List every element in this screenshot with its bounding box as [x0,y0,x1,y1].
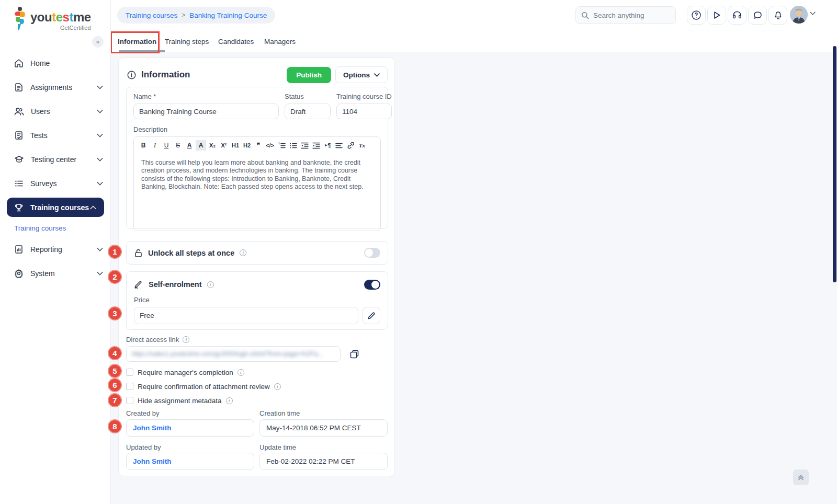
link-icon[interactable] [345,140,356,151]
tab-training-steps[interactable]: Training steps [165,30,209,52]
description-text[interactable]: This course will help you learn more abo… [134,154,380,196]
annotation-marker-1: 1 [108,245,122,259]
bold-icon[interactable]: B [138,140,149,151]
strikethrough-icon[interactable]: S [173,140,183,151]
tutorials-button[interactable] [707,6,726,25]
sidebar-item-surveys[interactable]: Surveys [0,171,111,196]
help-button[interactable] [687,6,706,25]
align-icon[interactable] [334,140,344,151]
sidebar-subitem-training-courses[interactable]: Training courses [0,219,111,237]
indent-icon[interactable] [311,140,321,151]
breadcrumb-separator: > [182,12,185,19]
text-color-icon[interactable]: A [184,140,195,151]
hide-assignment-metadata-checkbox[interactable] [126,397,133,404]
publish-button[interactable]: Publish [287,67,331,83]
sidebar-item-training-courses[interactable]: Training courses [7,198,104,217]
superscript-icon[interactable]: X² [219,140,229,151]
breadcrumb-link-current-course[interactable]: Banking Training Course [189,12,267,19]
tab-bar: Information Training steps Candidates Ma… [111,30,837,52]
breadcrumb-link-training-courses[interactable]: Training courses [126,12,177,19]
info-icon[interactable]: i [240,249,246,256]
blockquote-icon[interactable]: ❞ [253,140,264,151]
require-attachment-review-checkbox[interactable] [126,383,133,390]
heading-1-icon[interactable]: H1 [230,140,241,151]
tab-managers[interactable]: Managers [264,30,296,52]
update-time-label: Update time [259,443,296,451]
sidebar-item-assignments[interactable]: Assignments [0,75,111,99]
tab-information[interactable]: Information [118,30,156,52]
underline-icon[interactable]: U [161,140,172,151]
page-title: Information [127,70,190,80]
support-button[interactable] [728,6,746,25]
updated-by-field[interactable]: John Smith [126,453,254,470]
user-avatar[interactable] [790,6,808,24]
surveys-icon [14,179,24,188]
name-field[interactable]: Banking Training Course [133,104,279,119]
scrollbar-thumb[interactable] [833,46,836,282]
notifications-button[interactable] [768,6,787,25]
notifications-bell-icon [773,10,783,20]
assignments-icon [14,83,24,92]
info-icon[interactable]: i [183,336,189,343]
chevron-down-icon [97,271,103,276]
sidebar-nav: Home Assignments Users Tests Testing cen… [0,51,111,285]
unlock-steps-box: Unlock all steps at once i [126,241,388,265]
require-managers-completion-checkbox[interactable] [126,369,133,376]
direct-access-link-field[interactable]: https://sales1.youtestme.com/gc/500/logi… [126,346,341,362]
highlight-icon[interactable]: A [196,140,206,151]
self-enrolment-pen-icon [134,280,143,289]
info-icon[interactable]: i [207,281,214,288]
clear-formatting-icon[interactable]: Tx [357,140,367,151]
info-icon[interactable]: i [226,397,233,404]
italic-icon[interactable]: I [150,140,160,151]
sidebar-item-reporting[interactable]: Reporting [0,237,111,261]
text-direction-icon[interactable]: ‣¶ [322,140,333,151]
ordered-list-icon[interactable] [276,140,287,151]
direct-access-link-value: https://sales1.youtestme.com/gc/500/logi… [132,350,323,358]
chat-button[interactable] [748,6,767,25]
sidebar-item-users[interactable]: Users [0,99,111,123]
copy-link-button[interactable] [349,349,359,359]
info-icon[interactable]: i [274,383,281,390]
price-field[interactable]: Free [134,307,358,324]
require-attachment-review-row[interactable]: Require confirmation of attachment revie… [126,381,281,392]
unordered-list-icon[interactable] [288,140,298,151]
heading-2-icon[interactable]: H2 [242,140,252,151]
brand-tagline: GetCertified [60,25,91,31]
sidebar-item-label: Surveys [30,179,97,188]
outdent-icon[interactable] [299,140,310,151]
sidebar-item-label: Assignments [30,83,97,91]
direct-access-label-row: Direct access link i [126,336,189,343]
annotation-marker-8: 8 [108,419,122,433]
subscript-icon[interactable]: X₂ [207,140,218,151]
annotation-marker-2: 2 [108,270,122,284]
self-enrolment-toggle[interactable] [364,280,380,290]
active-tab-indicator [119,50,165,52]
breadcrumb: Training courses > Banking Training Cour… [117,7,275,24]
info-icon[interactable]: i [237,369,244,376]
sidebar-item-system[interactable]: System [0,261,111,285]
system-gear-icon [14,269,24,278]
options-button[interactable]: Options [335,66,388,83]
sidebar-item-tests[interactable]: Tests [0,123,111,147]
unlock-steps-toggle[interactable] [364,248,380,258]
sidebar-collapse-button[interactable]: « [92,36,104,48]
creation-time-field: May-14-2018 06:52 PM CEST [259,419,388,437]
code-icon[interactable]: </> [265,140,275,151]
scroll-to-top-button[interactable] [793,469,809,485]
require-managers-completion-row[interactable]: Require manager's completion i [126,367,244,377]
created-by-field[interactable]: John Smith [126,419,254,437]
avatar-chevron-down-icon[interactable] [810,12,816,15]
tab-candidates[interactable]: Candidates [218,30,254,52]
sidebar-item-testing-center[interactable]: Testing center [0,147,111,171]
hide-assignment-metadata-row[interactable]: Hide assignment metadata i [126,395,233,406]
search-input[interactable]: Search anything [575,6,676,24]
sidebar-item-home[interactable]: Home [0,51,111,75]
search-icon [581,12,589,19]
help-icon [691,10,702,20]
brand-logo[interactable]: youtestme GetCertified [12,6,91,31]
name-label: Name * [133,93,279,100]
edit-price-button[interactable] [363,307,380,324]
annotation-marker-4: 4 [108,346,122,360]
card-header: Information Publish Options [127,66,388,83]
